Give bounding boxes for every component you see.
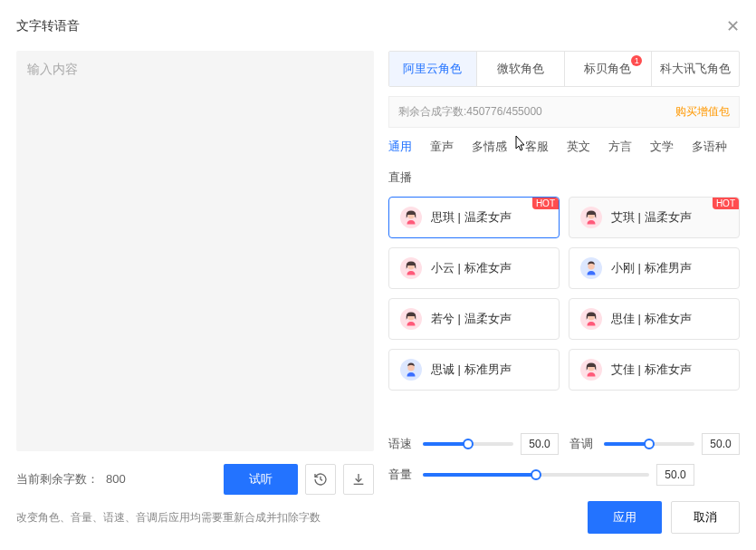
buy-link[interactable]: 购买增值包: [675, 104, 730, 120]
voice-card[interactable]: 小刚 | 标准男声: [569, 247, 740, 289]
pitch-slider[interactable]: [604, 442, 694, 446]
avatar-icon: [400, 359, 422, 381]
hot-badge: HOT: [532, 198, 559, 209]
category-item[interactable]: 方言: [608, 139, 632, 155]
provider-tab[interactable]: 微软角色: [477, 52, 565, 86]
provider-tab[interactable]: 科大讯飞角色: [652, 52, 739, 86]
speed-label: 语速: [388, 436, 416, 452]
download-icon: [351, 472, 366, 487]
text-input[interactable]: 输入内容: [16, 51, 374, 451]
volume-slider[interactable]: [423, 473, 649, 477]
apply-button[interactable]: 应用: [588, 501, 662, 534]
voice-card[interactable]: 艾佳 | 标准女声: [569, 349, 740, 391]
volume-value[interactable]: 50.0: [656, 464, 694, 486]
category-item[interactable]: 直播: [388, 169, 412, 186]
voice-card[interactable]: 小云 | 标准女声: [388, 247, 560, 289]
voice-label: 思诚 | 标准男声: [431, 362, 512, 378]
category-item[interactable]: 通用: [388, 139, 412, 155]
close-button[interactable]: ✕: [726, 16, 740, 36]
category-item[interactable]: 客服: [525, 139, 549, 155]
avatar-icon: [580, 308, 602, 330]
voice-label: 小刚 | 标准男声: [611, 260, 692, 276]
avatar-icon: [580, 359, 602, 381]
voice-label: 小云 | 标准女声: [431, 260, 512, 276]
category-tabs: 通用童声多情感客服英文方言文学多语种直播: [388, 139, 740, 186]
pitch-value[interactable]: 50.0: [702, 433, 740, 455]
voice-card[interactable]: 艾琪 | 温柔女声HOT: [569, 197, 740, 238]
voice-label: 艾琪 | 温柔女声: [611, 209, 692, 226]
avatar-icon: [580, 257, 602, 279]
pitch-label: 音调: [569, 436, 597, 452]
category-item[interactable]: 文学: [650, 139, 674, 155]
cancel-button[interactable]: 取消: [671, 501, 740, 534]
category-item[interactable]: 童声: [430, 139, 454, 155]
footer-note: 改变角色、音量、语速、音调后应用均需要重新合成并扣除字数: [16, 510, 321, 526]
voice-card[interactable]: 思佳 | 标准女声: [569, 298, 740, 340]
provider-tab[interactable]: 阿里云角色: [389, 52, 477, 86]
volume-label: 音量: [388, 467, 416, 483]
hot-badge: HOT: [713, 198, 739, 209]
voice-label: 若兮 | 温柔女声: [431, 311, 512, 327]
speed-value[interactable]: 50.0: [521, 433, 559, 455]
history-icon: [313, 472, 328, 487]
category-item[interactable]: 多情感: [472, 139, 507, 155]
voice-card[interactable]: 思诚 | 标准男声: [388, 349, 560, 391]
quota-text: 剩余合成字数:450776/455000: [398, 104, 542, 120]
avatar-icon: [400, 207, 422, 228]
speed-slider[interactable]: [423, 442, 513, 446]
voice-label: 思佳 | 标准女声: [611, 311, 692, 327]
avatar-icon: [580, 207, 602, 228]
char-count: 当前剩余字数：800: [16, 471, 126, 487]
history-button[interactable]: [305, 464, 336, 495]
voice-grid: 思琪 | 温柔女声HOT艾琪 | 温柔女声HOT小云 | 标准女声小刚 | 标准…: [388, 197, 740, 391]
voice-label: 艾佳 | 标准女声: [611, 362, 692, 378]
voice-card[interactable]: 思琪 | 温柔女声HOT: [388, 197, 560, 238]
provider-tab[interactable]: 标贝角色1: [565, 52, 653, 86]
voice-label: 思琪 | 温柔女声: [431, 209, 512, 226]
dialog-title: 文字转语音: [16, 18, 80, 34]
preview-button[interactable]: 试听: [224, 464, 298, 495]
avatar-icon: [400, 257, 422, 279]
voice-card[interactable]: 若兮 | 温柔女声: [388, 298, 560, 340]
category-item[interactable]: 多语种: [692, 139, 727, 155]
text-placeholder: 输入内容: [27, 62, 363, 78]
badge: 1: [631, 55, 642, 66]
category-item[interactable]: 英文: [567, 139, 590, 155]
provider-tabs: 阿里云角色微软角色标贝角色1科大讯飞角色: [388, 51, 740, 87]
download-button[interactable]: [343, 464, 374, 495]
avatar-icon: [400, 308, 422, 330]
